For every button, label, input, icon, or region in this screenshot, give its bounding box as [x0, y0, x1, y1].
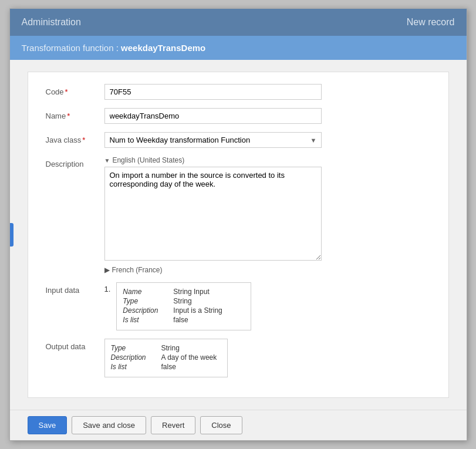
name-input[interactable] [104, 108, 322, 124]
output-type-label: Type [111, 344, 158, 352]
input-data-number: 1. [104, 282, 111, 293]
side-tab-indicator [10, 223, 13, 247]
separator: : [116, 43, 121, 53]
input-type-value: String [173, 297, 191, 305]
output-desc-value: A day of the week [161, 353, 217, 362]
output-desc-label: Description [111, 353, 158, 362]
code-control [104, 84, 431, 100]
input-desc-label: Description [123, 306, 170, 315]
description-label: Description [46, 156, 104, 168]
name-required: * [67, 112, 70, 120]
output-islist-label: Is list [111, 363, 158, 371]
name-label: Name* [46, 108, 104, 120]
outputdata-control: Type String Description A day of the wee… [104, 339, 431, 377]
save-button[interactable]: Save [28, 416, 67, 434]
output-data-table: Type String Description A day of the wee… [104, 339, 228, 377]
triangle-down-icon: ▼ [104, 157, 110, 164]
outputdata-field-row: Output data Type String Description A da… [46, 339, 431, 377]
code-input[interactable] [104, 84, 322, 100]
description-control: ▼ English (United States) On import a nu… [104, 156, 431, 274]
input-name-value: String Input [173, 288, 209, 296]
outputdata-label: Output data [46, 339, 104, 351]
description-textarea[interactable]: On import a number in the source is conv… [104, 167, 322, 261]
input-name-label: Name [123, 288, 170, 296]
lang-expanded-label: ▼ English (United States) [104, 156, 431, 164]
input-data-wrapper: 1. Name String Input Type String [104, 282, 431, 330]
table-row: Is list false [111, 363, 221, 371]
form-body: Code* Name* Java class* [10, 60, 467, 410]
input-type-label: Type [123, 297, 170, 305]
table-row: Type String [123, 297, 245, 305]
record-name-label: weekdayTransDemo [121, 43, 205, 53]
table-row: Description Input is a String [123, 306, 245, 315]
input-islist-label: Is list [123, 316, 170, 324]
name-field-row: Name* [46, 108, 431, 124]
description-field-row: Description ▼ English (United States) On… [46, 156, 431, 274]
save-and-close-button[interactable]: Save and close [72, 416, 146, 434]
entity-name-label: Transformation function [22, 43, 114, 53]
new-record-label: New record [407, 17, 455, 28]
lang-collapsed-label[interactable]: ▶ French (France) [104, 266, 431, 274]
output-type-value: String [161, 344, 180, 352]
input-islist-value: false [173, 316, 188, 324]
name-control [104, 108, 431, 124]
form-header: Transformation function : weekdayTransDe… [10, 36, 467, 60]
code-field-row: Code* [46, 84, 431, 100]
form-card: Code* Name* Java class* [28, 72, 449, 398]
inputdata-control: 1. Name String Input Type String [104, 282, 431, 330]
title-bar: Administration New record [10, 9, 467, 36]
inputdata-label: Input data [46, 282, 104, 295]
javaclass-select[interactable]: Num to Weekday transformation Function [104, 132, 322, 148]
table-row: Is list false [123, 316, 245, 324]
triangle-right-icon: ▶ [104, 266, 110, 274]
input-data-table: Name String Input Type String Descriptio… [116, 282, 251, 330]
javaclass-field-row: Java class* Num to Weekday transformatio… [46, 132, 431, 148]
table-row: Type String [111, 344, 221, 352]
revert-button[interactable]: Revert [151, 416, 195, 434]
inputdata-field-row: Input data 1. Name String Input Type Str… [46, 282, 431, 330]
table-row: Description A day of the week [111, 353, 221, 362]
code-required: * [65, 87, 68, 96]
footer-buttons: Save Save and close Revert Close [10, 410, 467, 440]
input-desc-value: Input is a String [173, 306, 222, 315]
javaclass-required: * [82, 136, 85, 144]
close-button[interactable]: Close [200, 416, 242, 434]
javaclass-label: Java class* [46, 132, 104, 144]
admin-title: Administration [22, 17, 81, 28]
javaclass-control: Num to Weekday transformation Function ▼ [104, 132, 431, 148]
javaclass-select-wrapper: Num to Weekday transformation Function ▼ [104, 132, 322, 148]
main-window: Administration New record Transformation… [9, 8, 467, 441]
code-label: Code* [46, 84, 104, 96]
output-islist-value: false [161, 363, 176, 371]
table-row: Name String Input [123, 288, 245, 296]
